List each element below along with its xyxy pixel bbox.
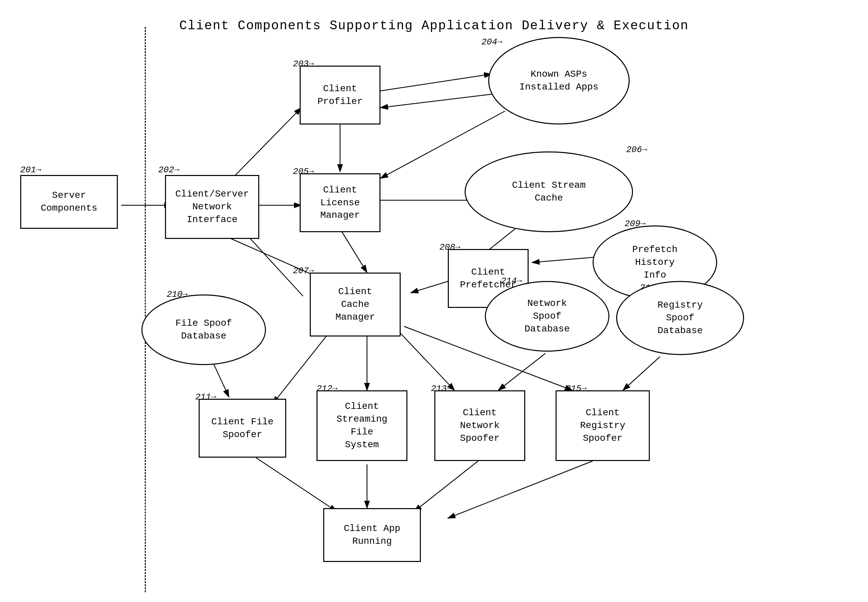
svg-line-25 — [448, 461, 593, 518]
client-network-spoofer-box: ClientNetworkSpoofer — [434, 390, 525, 461]
diagram-area: Client Components Supporting Application… — [0, 0, 868, 602]
svg-line-22 — [256, 458, 337, 511]
registry-spoof-db-ellipse: RegistrySpoofDatabase — [616, 281, 744, 355]
ref-206: 206→ — [626, 145, 647, 155]
known-asps-ellipse: Known ASPsInstalled Apps — [488, 37, 629, 124]
network-spoof-db-ellipse: NetworkSpoofDatabase — [485, 281, 609, 352]
svg-line-21 — [623, 357, 660, 390]
svg-line-18 — [394, 326, 454, 390]
main-title: Client Components Supporting Application… — [0, 8, 868, 33]
svg-line-6 — [380, 74, 492, 91]
client-stream-cache-ellipse: Client StreamCache — [465, 151, 633, 232]
client-cache-manager-box: ClientCacheManager — [310, 273, 401, 336]
ref-204: 204→ — [482, 37, 502, 47]
svg-line-24 — [414, 461, 478, 511]
client-streaming-fs-box: ClientStreamingFileSystem — [317, 390, 408, 461]
client-server-interface-box: Client/ServerNetworkInterface — [165, 175, 259, 239]
client-profiler-box: ClientProfiler — [300, 66, 380, 124]
arrows-svg — [0, 0, 868, 602]
svg-line-10 — [340, 229, 367, 273]
client-app-running-box: Client AppRunning — [323, 508, 421, 562]
client-registry-spoofer-box: ClientRegistrySpoofer — [556, 390, 650, 461]
client-license-manager-box: ClientLicenseManager — [300, 173, 380, 232]
ref-201: 201→ — [20, 165, 41, 175]
dashed-separator — [145, 27, 146, 592]
svg-line-3 — [229, 108, 301, 182]
svg-line-7 — [380, 94, 492, 108]
file-spoof-db-ellipse: File SpoofDatabase — [142, 295, 266, 365]
ref-202: 202→ — [158, 165, 179, 175]
server-components-box: ServerComponents — [20, 175, 118, 229]
svg-line-19 — [498, 353, 545, 390]
client-file-spoofer-box: Client FileSpoofer — [199, 399, 286, 458]
